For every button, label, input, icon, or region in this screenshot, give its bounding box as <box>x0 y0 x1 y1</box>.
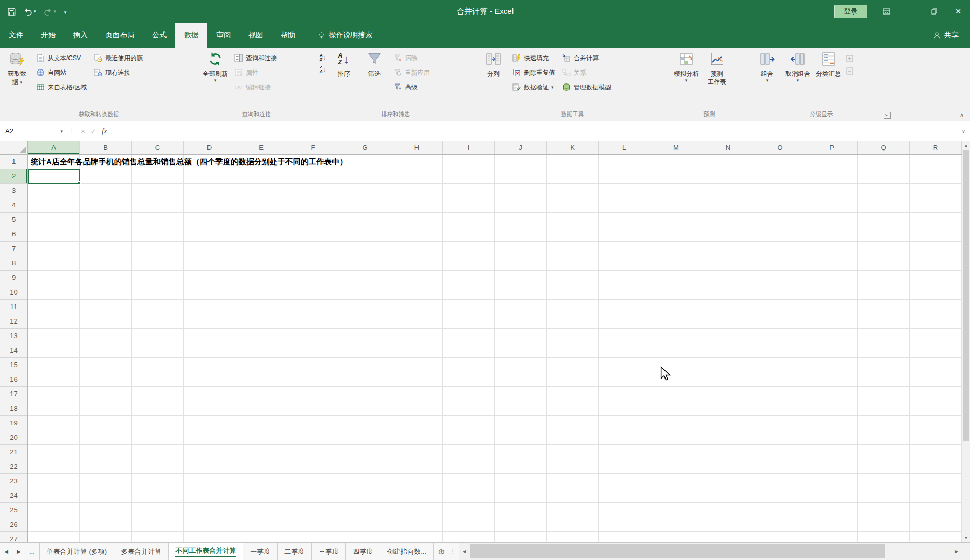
tab-view[interactable]: 视图 <box>240 23 272 48</box>
row-header-25[interactable]: 25 <box>0 503 27 517</box>
row-header-12[interactable]: 12 <box>0 314 27 329</box>
tab-data[interactable]: 数据 <box>175 23 207 48</box>
advanced-filter-button[interactable]: 高级 <box>391 81 433 93</box>
what-if-analysis-button[interactable]: 模拟分析 ▾ <box>672 49 701 83</box>
save-button[interactable] <box>7 7 16 16</box>
vertical-scrollbar[interactable]: ▲ ▼ <box>962 141 970 542</box>
row-header-13[interactable]: 13 <box>0 329 27 343</box>
subtotal-button[interactable]: 分类汇总 <box>814 49 843 78</box>
row-header-15[interactable]: 15 <box>0 358 27 372</box>
column-header-G[interactable]: G <box>339 141 391 154</box>
redo-button[interactable]: ▾ <box>44 7 57 16</box>
remove-duplicates-button[interactable]: 删除重复值 <box>509 66 558 79</box>
existing-connections-button[interactable]: 现有连接 <box>91 66 145 79</box>
column-header-M[interactable]: M <box>650 141 702 154</box>
column-header-H[interactable]: H <box>391 141 443 154</box>
expand-formula-bar-button[interactable]: ∨ <box>957 121 970 141</box>
horizontal-scrollbar-track[interactable] <box>469 543 951 560</box>
undo-dropdown-icon[interactable]: ▾ <box>34 9 36 14</box>
from-web-button[interactable]: 自网站 <box>33 66 89 79</box>
forecast-sheet-button[interactable]: 预测 工作表 <box>702 49 731 86</box>
scroll-right-button[interactable]: ▶ <box>951 543 962 560</box>
horizontal-scrollbar[interactable]: ◀ ▶ <box>459 543 962 560</box>
restore-button[interactable] <box>922 0 946 23</box>
undo-button[interactable]: ▾ <box>23 7 36 16</box>
tab-splitter[interactable]: ⋮ <box>449 543 456 560</box>
column-header-D[interactable]: D <box>184 141 235 154</box>
tab-page-layout[interactable]: 页面布局 <box>96 23 143 48</box>
sheet-tab-不同工作表合并计算[interactable]: 不同工作表合并计算 <box>169 543 243 560</box>
flash-fill-button[interactable]: 快速填充 <box>509 52 558 64</box>
sheet-tab-二季度[interactable]: 二季度 <box>278 543 312 560</box>
row-header-27[interactable]: 27 <box>0 532 27 542</box>
sheet-tab-单表合并计算 (多项)[interactable]: 单表合并计算 (多项) <box>39 543 114 560</box>
sort-descending-button[interactable]: ZA ↓ <box>318 65 328 74</box>
row-header-18[interactable]: 18 <box>0 401 27 416</box>
tab-file[interactable]: 文件 <box>0 23 32 48</box>
column-header-R[interactable]: R <box>910 141 962 154</box>
column-header-C[interactable]: C <box>132 141 184 154</box>
sheet-tab-四季度[interactable]: 四季度 <box>346 543 380 560</box>
sort-ascending-button[interactable]: AZ ↓ <box>318 53 328 62</box>
column-header-N[interactable]: N <box>702 141 754 154</box>
from-text-csv-button[interactable]: 从文本/CSV <box>33 52 89 64</box>
row-header-10[interactable]: 10 <box>0 285 27 300</box>
tab-scroll-left-button[interactable]: ◀ <box>0 543 12 560</box>
sheet-tab-三季度[interactable]: 三季度 <box>312 543 346 560</box>
row-header-9[interactable]: 9 <box>0 271 27 285</box>
column-header-O[interactable]: O <box>754 141 806 154</box>
column-header-F[interactable]: F <box>287 141 339 154</box>
column-header-E[interactable]: E <box>235 141 287 154</box>
fill-handle[interactable] <box>78 181 81 185</box>
column-header-K[interactable]: K <box>547 141 599 154</box>
refresh-all-button[interactable]: 全部刷新 ▾ <box>201 49 230 83</box>
minimize-button[interactable]: ─ <box>898 0 922 23</box>
insert-function-button[interactable]: fx <box>102 127 107 135</box>
share-button[interactable]: 共享 <box>933 23 970 48</box>
ungroup-button[interactable]: 取消组合 ▾ <box>783 49 812 83</box>
column-header-B[interactable]: B <box>80 141 132 154</box>
row-header-21[interactable]: 21 <box>0 445 27 459</box>
column-header-Q[interactable]: Q <box>858 141 910 154</box>
vertical-scrollbar-thumb[interactable] <box>963 150 969 441</box>
tab-scroll-right-button[interactable]: ▶ <box>12 543 25 560</box>
row-header-17[interactable]: 17 <box>0 387 27 401</box>
manage-data-model-button[interactable]: 管理数据模型 <box>559 81 614 93</box>
column-header-L[interactable]: L <box>599 141 650 154</box>
sheet-tab-创建指向数...[interactable]: 创建指向数... <box>380 543 434 560</box>
scroll-up-button[interactable]: ▲ <box>962 141 970 150</box>
row-header-7[interactable]: 7 <box>0 242 27 256</box>
row-header-22[interactable]: 22 <box>0 459 27 474</box>
recent-sources-button[interactable]: 最近使用的源 <box>91 52 145 64</box>
column-header-J[interactable]: J <box>495 141 547 154</box>
tab-help[interactable]: 帮助 <box>272 23 304 48</box>
row-header-20[interactable]: 20 <box>0 430 27 445</box>
text-to-columns-button[interactable]: 分列 <box>479 49 508 78</box>
consolidate-button[interactable]: 合并计算 <box>559 52 614 64</box>
row-header-26[interactable]: 26 <box>0 517 27 532</box>
row-header-8[interactable]: 8 <box>0 256 27 271</box>
queries-connections-button[interactable]: 查询和连接 <box>231 52 280 64</box>
tell-me-search[interactable]: 操作说明搜索 <box>317 23 372 48</box>
filter-button[interactable]: 筛选 <box>360 49 389 78</box>
name-box-dropdown-icon[interactable]: ▾ <box>60 129 67 134</box>
scroll-left-button[interactable]: ◀ <box>459 543 469 560</box>
outline-dialog-launcher[interactable]: ↘ <box>884 112 891 119</box>
tab-review[interactable]: 审阅 <box>207 23 240 48</box>
row-header-24[interactable]: 24 <box>0 488 27 503</box>
select-all-corner[interactable] <box>0 141 28 154</box>
horizontal-scrollbar-thumb[interactable] <box>470 544 885 558</box>
add-sheet-button[interactable]: ⊕ <box>434 543 449 560</box>
sheet-tab-多表合并计算[interactable]: 多表合并计算 <box>114 543 169 560</box>
tab-overflow-button[interactable]: ... <box>25 543 39 560</box>
data-validation-button[interactable]: 数据验证 ▾ <box>509 81 558 93</box>
sheet-tab-一季度[interactable]: 一季度 <box>243 543 278 560</box>
scroll-down-button[interactable]: ▼ <box>962 534 970 542</box>
collapse-ribbon-button[interactable]: ∧ <box>960 111 964 118</box>
group-button[interactable]: 组合 ▾ <box>753 49 782 83</box>
get-data-button[interactable]: 获取数 据 ▾ <box>3 49 32 86</box>
row-header-23[interactable]: 23 <box>0 474 27 488</box>
row-header-6[interactable]: 6 <box>0 227 27 242</box>
row-header-5[interactable]: 5 <box>0 213 27 227</box>
row-header-19[interactable]: 19 <box>0 416 27 430</box>
